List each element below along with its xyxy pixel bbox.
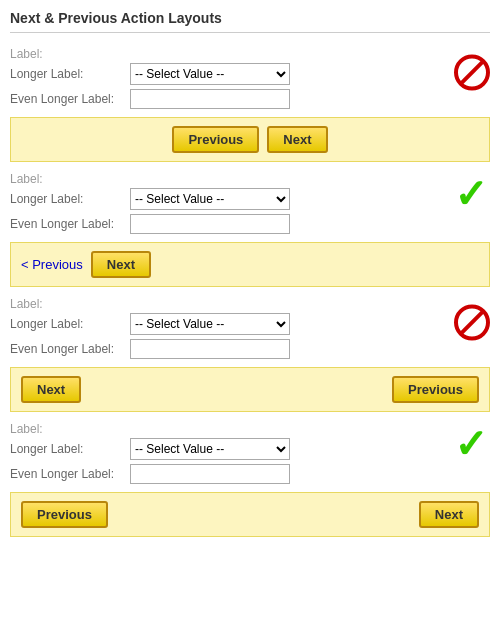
action-bar-1: Previous Next	[10, 117, 490, 162]
section-4: Label: Longer Label: -- Select Value -- …	[10, 416, 490, 537]
previous-link-2[interactable]: < Previous	[21, 257, 83, 272]
select-2[interactable]: -- Select Value --	[130, 188, 290, 210]
form-area-2: Label: Longer Label: -- Select Value -- …	[10, 166, 490, 242]
even-longer-label-2: Even Longer Label:	[10, 217, 130, 231]
previous-button-1[interactable]: Previous	[172, 126, 259, 153]
select-1[interactable]: -- Select Value --	[130, 63, 290, 85]
select-4[interactable]: -- Select Value --	[130, 438, 290, 460]
icon-area-2	[454, 180, 490, 219]
section-1: Label: Longer Label: -- Select Value -- …	[10, 41, 490, 162]
next-button-2[interactable]: Next	[91, 251, 151, 278]
icon-area-1	[454, 55, 490, 94]
next-button-1[interactable]: Next	[267, 126, 327, 153]
even-longer-label-1: Even Longer Label:	[10, 92, 130, 106]
label-row-4: Label:	[10, 422, 490, 436]
even-longer-input-1[interactable]	[130, 89, 290, 109]
action-bar-2: < Previous Next	[10, 242, 490, 287]
label-row-1: Label:	[10, 47, 490, 61]
even-longer-input-2[interactable]	[130, 214, 290, 234]
section-3: Label: Longer Label: -- Select Value -- …	[10, 291, 490, 412]
no-icon-1	[454, 55, 490, 91]
icon-area-4	[454, 430, 490, 469]
form-area-4: Label: Longer Label: -- Select Value -- …	[10, 416, 490, 492]
previous-button-4[interactable]: Previous	[21, 501, 108, 528]
next-button-3[interactable]: Next	[21, 376, 81, 403]
even-longer-input-4[interactable]	[130, 464, 290, 484]
even-longer-label-4: Even Longer Label:	[10, 467, 130, 481]
form-row-even-4: Even Longer Label:	[10, 464, 490, 484]
form-row-even-2: Even Longer Label:	[10, 214, 490, 234]
no-icon-2	[454, 305, 490, 341]
action-bar-4: Previous Next	[10, 492, 490, 537]
form-row-longer-1: Longer Label: -- Select Value --	[10, 63, 490, 85]
longer-label-1: Longer Label:	[10, 67, 130, 81]
form-row-longer-4: Longer Label: -- Select Value --	[10, 438, 490, 460]
longer-label-3: Longer Label:	[10, 317, 130, 331]
section-2: Label: Longer Label: -- Select Value -- …	[10, 166, 490, 287]
label-row-3: Label:	[10, 297, 490, 311]
icon-area-3	[454, 305, 490, 344]
check-icon-2	[454, 430, 490, 466]
longer-label-4: Longer Label:	[10, 442, 130, 456]
select-3[interactable]: -- Select Value --	[130, 313, 290, 335]
form-row-even-1: Even Longer Label:	[10, 89, 490, 109]
action-bar-3: Next Previous	[10, 367, 490, 412]
next-button-4[interactable]: Next	[419, 501, 479, 528]
form-row-even-3: Even Longer Label:	[10, 339, 490, 359]
even-longer-label-3: Even Longer Label:	[10, 342, 130, 356]
form-row-longer-3: Longer Label: -- Select Value --	[10, 313, 490, 335]
form-row-longer-2: Longer Label: -- Select Value --	[10, 188, 490, 210]
form-area-3: Label: Longer Label: -- Select Value -- …	[10, 291, 490, 367]
even-longer-input-3[interactable]	[130, 339, 290, 359]
form-area-1: Label: Longer Label: -- Select Value -- …	[10, 41, 490, 117]
check-icon-1	[454, 180, 490, 216]
label-row-2: Label:	[10, 172, 490, 186]
previous-button-3[interactable]: Previous	[392, 376, 479, 403]
page-title: Next & Previous Action Layouts	[10, 10, 490, 33]
longer-label-2: Longer Label:	[10, 192, 130, 206]
